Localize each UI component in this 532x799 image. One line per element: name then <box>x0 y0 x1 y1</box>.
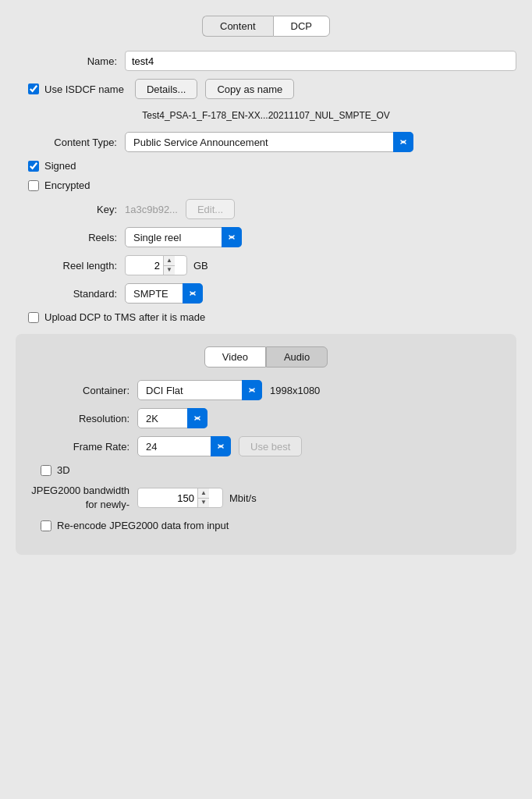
tab-content[interactable]: Content <box>202 16 273 37</box>
standard-select[interactable]: SMPTE Interop <box>125 283 203 304</box>
jpeg-bandwidth-stepper: ▲ ▼ <box>137 488 223 508</box>
three-d-row: 3D <box>28 464 504 476</box>
reencode-label: Re-encode JPEG2000 data from input <box>57 520 229 531</box>
signed-label: Signed <box>44 160 76 172</box>
tab-dcp[interactable]: DCP <box>273 16 330 37</box>
reel-length-label: Reel length: <box>16 260 117 272</box>
copy-as-name-button[interactable]: Copy as name <box>205 79 294 99</box>
standard-label: Standard: <box>16 288 117 300</box>
content-type-select[interactable]: Public Service Announcement Feature Shor… <box>125 132 413 152</box>
details-button[interactable]: Details... <box>135 79 198 99</box>
key-value: 1a3c9b92... <box>125 204 178 215</box>
container-select[interactable]: DCI Flat DCI Scope Flat Scope Full Frame <box>137 380 262 400</box>
reels-select[interactable]: Single reel By video content Custom <box>125 227 242 247</box>
reel-length-row: Reel length: ▲ ▼ GB <box>16 255 516 275</box>
frame-rate-select-wrapper: 24 25 48 50 60 <box>137 436 231 456</box>
edit-button[interactable]: Edit... <box>186 199 235 219</box>
container-label: Container: <box>28 385 129 396</box>
reel-length-decrement[interactable]: ▼ <box>164 266 175 275</box>
reel-length-stepper: ▲ ▼ <box>125 255 187 275</box>
three-d-checkbox[interactable] <box>41 465 51 476</box>
name-row: Name: <box>16 51 516 71</box>
frame-rate-label: Frame Rate: <box>28 441 129 453</box>
main-page: Content DCP Name: Use ISDCF name Details… <box>0 0 532 578</box>
container-resolution: 1998x1080 <box>270 385 320 396</box>
reels-row: Reels: Single reel By video content Cust… <box>16 227 516 247</box>
tab-video[interactable]: Video <box>204 346 266 368</box>
encrypted-label: Encrypted <box>44 179 90 191</box>
three-d-label: 3D <box>57 464 70 476</box>
container-select-wrapper: DCI Flat DCI Scope Flat Scope Full Frame <box>137 380 262 400</box>
name-input[interactable] <box>125 51 516 71</box>
container-row: Container: DCI Flat DCI Scope Flat Scope… <box>28 380 504 400</box>
standard-select-wrapper: SMPTE Interop <box>125 283 203 304</box>
isdcf-row: Use ISDCF name Details... Copy as name <box>16 79 516 99</box>
jpeg-bandwidth-decrement[interactable]: ▼ <box>198 499 209 508</box>
reel-length-increment[interactable]: ▲ <box>164 256 175 266</box>
key-row: Key: 1a3c9b92... Edit... <box>16 199 516 219</box>
tab-audio[interactable]: Audio <box>266 346 328 368</box>
reencode-checkbox[interactable] <box>41 520 51 531</box>
upload-dcp-label: Upload DCP to TMS after it is made <box>44 311 205 323</box>
reel-length-stepper-buttons: ▲ ▼ <box>163 256 175 275</box>
jpeg-bandwidth-input[interactable] <box>138 492 197 504</box>
jpeg-bandwidth-increment[interactable]: ▲ <box>198 488 209 499</box>
reels-select-wrapper: Single reel By video content Custom <box>125 227 242 247</box>
use-best-button[interactable]: Use best <box>239 436 302 456</box>
name-label: Name: <box>16 55 117 67</box>
frame-rate-row: Frame Rate: 24 25 48 50 60 Use best <box>28 436 504 456</box>
signed-checkbox[interactable] <box>28 161 39 172</box>
key-label: Key: <box>16 204 117 215</box>
video-audio-section: Video Audio Container: DCI Flat DCI Scop… <box>16 334 516 555</box>
use-isdcf-checkbox[interactable] <box>28 83 39 94</box>
resolution-row: Resolution: 2K 4K <box>28 408 504 428</box>
resolution-select[interactable]: 2K 4K <box>137 408 207 428</box>
resolution-label: Resolution: <box>28 413 129 424</box>
signed-row: Signed <box>16 160 516 172</box>
resolution-select-wrapper: 2K 4K <box>137 408 207 428</box>
jpeg-bandwidth-row: JPEG2000 bandwidthfor newly- ▲ ▼ Mbit/s <box>28 484 504 512</box>
content-type-select-wrapper: Public Service Announcement Feature Shor… <box>125 132 413 152</box>
reel-length-input[interactable] <box>126 260 163 272</box>
main-tab-bar: Content DCP <box>16 16 516 37</box>
jpeg-bandwidth-unit: Mbit/s <box>229 492 257 504</box>
dcp-form: Name: Use ISDCF name Details... Copy as … <box>16 51 516 323</box>
encrypted-checkbox[interactable] <box>28 180 39 191</box>
upload-dcp-row: Upload DCP to TMS after it is made <box>16 311 516 323</box>
isdcf-name-display: Test4_PSA-1_F-178_EN-XX...20211107_NUL_S… <box>16 107 516 124</box>
reel-length-unit: GB <box>193 260 208 272</box>
reencode-row: Re-encode JPEG2000 data from input <box>28 520 504 531</box>
content-type-label: Content Type: <box>16 137 117 148</box>
upload-dcp-checkbox[interactable] <box>28 312 39 323</box>
reels-label: Reels: <box>16 232 117 243</box>
jpeg-bandwidth-label: JPEG2000 bandwidthfor newly- <box>31 485 129 510</box>
video-audio-tab-bar: Video Audio <box>28 346 504 368</box>
use-isdcf-label: Use ISDCF name <box>44 83 124 95</box>
standard-row: Standard: SMPTE Interop <box>16 283 516 304</box>
encrypted-row: Encrypted <box>16 179 516 191</box>
frame-rate-select[interactable]: 24 25 48 50 60 <box>137 436 231 456</box>
content-type-row: Content Type: Public Service Announcemen… <box>16 132 516 152</box>
jpeg-bandwidth-stepper-buttons: ▲ ▼ <box>197 488 209 507</box>
